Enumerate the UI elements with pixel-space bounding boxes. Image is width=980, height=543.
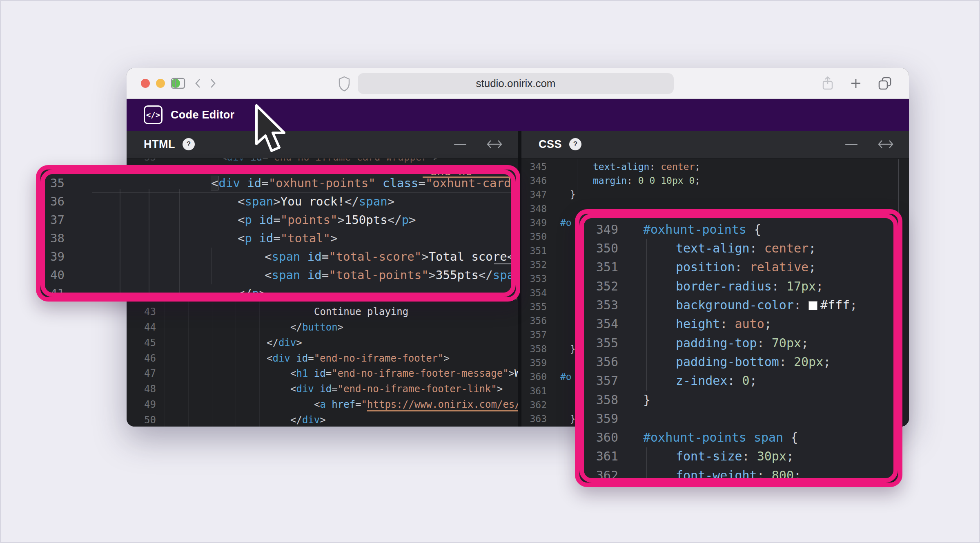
html-magnifier-callout: "end-no-iframe-card-wrapper"> > 35<div i… [36, 165, 520, 302]
code-token: text-align [676, 241, 750, 255]
html-collapse-button[interactable] [454, 144, 466, 145]
code-token [300, 268, 307, 282]
code-line-360: 360#oxhunt-points span { [584, 428, 893, 447]
code-token [783, 430, 791, 445]
css-resize-icon[interactable] [877, 139, 894, 150]
new-tab-icon[interactable] [850, 78, 862, 89]
minimize-window-button[interactable] [156, 79, 165, 88]
code-token: < [221, 159, 227, 163]
code-line-41: 41</p> [45, 284, 511, 297]
code-token: < [238, 194, 245, 208]
code-line-36: 36<span>You rock!</span> [45, 192, 511, 211]
css-help-icon[interactable]: ? [569, 138, 581, 150]
code-token: p [402, 213, 409, 227]
code-line-45: 45</div> [127, 335, 518, 351]
code-token: = [322, 250, 329, 264]
code-editor-icon: </> [144, 105, 163, 124]
bracket-match-box: > [513, 176, 516, 190]
line-number: 348 [521, 202, 547, 216]
line-number: 359 [584, 409, 618, 428]
css-collapse-button[interactable] [845, 144, 858, 145]
code-token [746, 222, 754, 237]
code-token: > [444, 353, 450, 364]
line-number: 360 [521, 370, 547, 384]
code-token: </ [267, 337, 278, 349]
code-token [742, 260, 750, 274]
code-token: h1 [296, 368, 308, 379]
code-line-46: 46<div id="end-no-iframe-footer"> [127, 351, 518, 366]
code-token: "end-no-iframe-footer" [314, 353, 444, 364]
forward-icon[interactable] [210, 78, 216, 89]
page-background: studio.onirix.com [0, 0, 980, 543]
code-token: : [779, 355, 786, 369]
code-token: : [750, 241, 757, 255]
code-line-362: 362font-weight: 800; [584, 466, 893, 483]
code-token: ; [794, 468, 801, 483]
code-token [764, 336, 772, 350]
code-token: div [278, 337, 296, 349]
share-icon[interactable] [822, 76, 834, 91]
html-help-icon[interactable]: ? [183, 138, 195, 150]
code-token: #o [560, 371, 572, 382]
code-token: 30px [757, 449, 786, 463]
close-window-button[interactable] [141, 79, 150, 88]
line-number: 350 [521, 230, 547, 244]
line-number: 48 [127, 382, 156, 397]
line-number: 350 [584, 239, 618, 258]
code-token [786, 355, 794, 369]
line-number: 45 [127, 335, 156, 351]
line-number: 40 [45, 266, 65, 284]
code-token [808, 301, 817, 310]
code-token: id [307, 268, 322, 282]
line-number: 351 [584, 258, 618, 277]
back-icon[interactable] [194, 78, 201, 89]
code-token: : [742, 449, 750, 463]
code-token: https://www.onirix.com/es/l [367, 399, 518, 411]
css-panel-title: CSS [539, 138, 562, 151]
code-token [779, 279, 786, 293]
line-number: 360 [584, 428, 618, 447]
code-token: < [238, 231, 245, 245]
code-token: padding-bottom [676, 355, 779, 369]
code-token: id [259, 213, 273, 227]
html-resize-icon[interactable] [486, 139, 503, 150]
code-token: > [409, 213, 416, 227]
line-number: 47 [127, 366, 156, 382]
line-number: 36 [45, 192, 65, 211]
line-number: 354 [521, 286, 547, 300]
code-token: = [273, 213, 280, 227]
code-token: } [570, 189, 576, 200]
code-token: > [433, 159, 439, 163]
code-line-357: 357z-index: 0; [584, 371, 893, 390]
code-token: ; [808, 241, 816, 255]
code-line-37: 37<p id="points">150pts</p> [45, 211, 511, 229]
code-token: : [735, 260, 742, 274]
url-bar[interactable]: studio.onirix.com [358, 73, 674, 94]
code-token: : [757, 336, 764, 350]
code-token: span [272, 268, 300, 282]
code-token [326, 399, 332, 410]
code-line-33: 33<div id="end-no-iframe-card-wrapper"> [127, 159, 518, 165]
code-token: > [259, 286, 266, 297]
line-number: 347 [521, 188, 547, 201]
code-token: #oxhunt-points [643, 222, 746, 237]
code-token [735, 373, 742, 388]
line-number: 358 [521, 342, 547, 356]
page-title: Code Editor [171, 109, 234, 121]
line-number: 346 [521, 174, 547, 188]
code-line-356: 356padding-bottom: 20px; [584, 353, 893, 371]
code-token: : [794, 298, 801, 312]
browser-chrome: studio.onirix.com [127, 68, 909, 99]
code-token: center [764, 241, 808, 255]
code-token: ; [808, 260, 816, 274]
code-token: 355pts [436, 268, 479, 282]
code-token: < [265, 250, 272, 264]
code-token: class [383, 176, 418, 190]
tab-overview-icon[interactable] [878, 77, 892, 90]
code-token: < [290, 368, 296, 379]
sidebar-icon[interactable] [171, 77, 185, 89]
code-token: > [388, 194, 394, 208]
code-token: height [676, 317, 720, 331]
code-token [308, 368, 314, 379]
code-token [764, 468, 772, 483]
